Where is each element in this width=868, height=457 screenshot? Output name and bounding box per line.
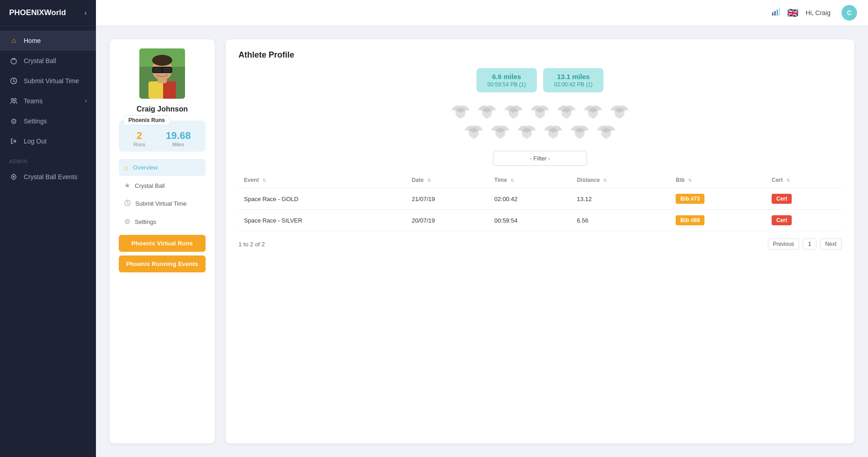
cert-badge-0[interactable]: Cert [772, 194, 792, 204]
svg-point-0 [11, 58, 16, 64]
col-date: Date ⇅ [406, 174, 489, 188]
phoenix-icon-1-5 [555, 102, 578, 120]
runs-box-label: Phoenix Runs [123, 115, 170, 125]
svg-point-21 [152, 55, 172, 66]
teams-icon [9, 96, 18, 106]
phoenix-icon-2-3 [515, 122, 538, 140]
bib-badge-0[interactable]: Bib #73 [676, 194, 704, 204]
sort-arrows-date[interactable]: ⇅ [427, 178, 431, 183]
runs-stats: 2 Runs 19.68 Miles [123, 130, 201, 147]
sidebar-item-logout-label: Log Out [24, 138, 47, 145]
sort-arrows-time[interactable]: ⇅ [510, 178, 514, 183]
card-nav-overview[interactable]: ⌂ Overview [119, 159, 206, 176]
clock-icon [9, 76, 18, 85]
col-cert: Cert ⇅ [766, 174, 842, 188]
card-clock-icon [124, 200, 131, 207]
svg-line-27 [127, 203, 129, 204]
phoenix-row-2 [462, 122, 618, 140]
miles-label: Miles [166, 142, 191, 147]
svg-rect-11 [772, 12, 773, 16]
sidebar-logo: PHOENIXWorld ‹ [0, 0, 96, 26]
previous-page-button[interactable]: Previous [768, 239, 799, 250]
cell-bib-0: Bib #73 [670, 188, 766, 210]
phoenix-running-events-button[interactable]: Phoenix Running Events [119, 255, 206, 272]
next-page-button[interactable]: Next [820, 239, 842, 250]
card-nav-crystal-ball[interactable]: ★ Crystal Ball [119, 177, 206, 194]
col-bib: Bib ⇅ [670, 174, 766, 188]
cert-badge-1[interactable]: Cert [772, 215, 792, 225]
phoenix-virtual-runs-button[interactable]: Phoenix Virtual Runs [119, 235, 206, 252]
stats-icon[interactable] [772, 8, 780, 18]
phoenix-icon-2-5 [568, 122, 591, 140]
phoenix-icons [238, 102, 842, 140]
pb-badge-0-distance: 6.6 miles [487, 73, 526, 80]
sort-arrows-event[interactable]: ⇅ [262, 178, 266, 183]
table-row: Space Race - SILVER 20/07/19 00:59:54 6.… [238, 210, 842, 231]
sidebar-item-settings[interactable]: ⚙ Settings [0, 111, 96, 131]
pagination-summary: 1 to 2 of 2 [238, 241, 265, 248]
cell-distance-0: 13.12 [572, 188, 670, 210]
runs-count-col: 2 Runs [133, 130, 145, 147]
phoenix-icon-1-1 [449, 102, 472, 120]
sort-arrows-cert[interactable]: ⇅ [786, 178, 790, 183]
cell-cert-0: Cert [766, 188, 842, 210]
pb-badge-0-time: 00:59:54 PB (1) [487, 81, 526, 88]
settings-icon: ⚙ [9, 117, 18, 126]
card-nav-submit-virtual-time[interactable]: Submit Virtual Time [119, 195, 206, 212]
cell-distance-1: 6.56 [572, 210, 670, 231]
avatar[interactable]: C [842, 5, 857, 21]
phoenix-icon-2-4 [542, 122, 565, 140]
athlete-panel-title: Athlete Profile [238, 50, 842, 60]
card-nav-settings[interactable]: ⚙ Settings [119, 213, 206, 230]
cell-date-0: 21/07/19 [406, 188, 489, 210]
pb-badge-1: 13.1 miles 02:00:42 PB (1) [543, 68, 603, 92]
sidebar-nav: ⌂ Home Crystal Ball Submit Virtua [0, 26, 96, 457]
card-nav-overview-label: Overview [133, 164, 158, 171]
main-content: Craig Johnson Phoenix Runs 2 Runs 19.68 … [96, 26, 868, 457]
collapse-sidebar-icon[interactable]: ‹ [85, 9, 87, 16]
sort-arrows-bib[interactable]: ⇅ [688, 178, 692, 183]
svg-point-8 [13, 176, 15, 178]
table-header-row: Event ⇅ Date ⇅ Time ⇅ Distance ⇅ [238, 174, 842, 188]
sidebar: PHOENIXWorld ‹ ⌂ Home Crystal Ball [0, 0, 96, 457]
home-icon: ⌂ [9, 36, 18, 45]
sidebar-item-submit-virtual-time-label: Submit Virtual Time [24, 77, 79, 85]
runs-table: Event ⇅ Date ⇅ Time ⇅ Distance ⇅ [238, 174, 842, 231]
phoenix-icon-1-7 [608, 102, 631, 120]
card-nav-crystal-ball-label: Crystal Ball [135, 182, 165, 189]
flag-icon[interactable]: 🇬🇧 [787, 7, 799, 18]
sort-arrows-distance[interactable]: ⇅ [603, 178, 607, 183]
col-distance: Distance ⇅ [572, 174, 670, 188]
cell-date-1: 20/07/19 [406, 210, 489, 231]
phoenix-icon-1-3 [502, 102, 525, 120]
miles-count-col: 19.68 Miles [166, 130, 191, 147]
sidebar-item-teams[interactable]: Teams › [0, 91, 96, 111]
crystal-ball-events-icon [9, 172, 18, 181]
svg-line-4 [14, 81, 15, 82]
filter-bar: - Filter - [238, 151, 842, 166]
sidebar-item-crystal-ball[interactable]: Crystal Ball [0, 51, 96, 71]
svg-rect-24 [163, 68, 171, 72]
teams-chevron-icon: › [85, 98, 87, 104]
card-nav-settings-label: Settings [135, 218, 156, 225]
svg-rect-13 [777, 10, 778, 16]
cell-time-1: 00:59:54 [489, 210, 572, 231]
sidebar-item-crystal-ball-events[interactable]: Crystal Ball Events [0, 167, 96, 187]
card-settings-icon: ⚙ [124, 218, 130, 226]
card-crystal-ball-icon: ★ [124, 181, 130, 190]
sidebar-item-settings-label: Settings [24, 117, 47, 125]
sidebar-item-crystal-ball-label: Crystal Ball [24, 57, 56, 64]
sidebar-item-home[interactable]: ⌂ Home [0, 31, 96, 51]
crystal-ball-icon [9, 56, 18, 65]
cell-cert-1: Cert [766, 210, 842, 231]
profile-photo [139, 48, 185, 99]
topbar-greeting: Hi, Craig [806, 9, 831, 16]
sidebar-item-submit-virtual-time[interactable]: Submit Virtual Time [0, 71, 96, 91]
bib-badge-1[interactable]: Bib #89 [676, 215, 704, 225]
svg-rect-23 [153, 68, 161, 72]
col-event: Event ⇅ [238, 174, 406, 188]
pb-badge-0: 6.6 miles 00:59:54 PB (1) [476, 68, 537, 92]
sidebar-item-logout[interactable]: Log Out [0, 131, 96, 151]
filter-button[interactable]: - Filter - [493, 151, 587, 166]
topbar-icons: 🇬🇧 Hi, Craig C [772, 5, 857, 21]
